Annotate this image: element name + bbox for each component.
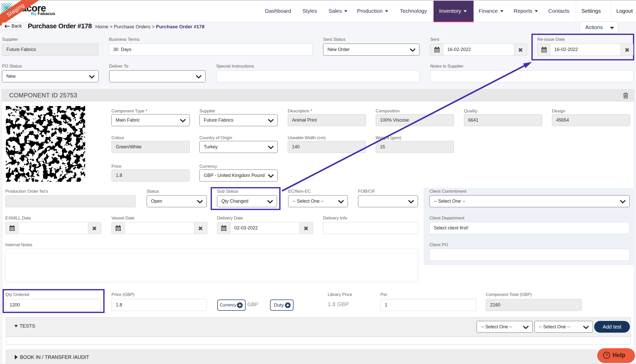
svg-text:?: ? [605,353,608,357]
